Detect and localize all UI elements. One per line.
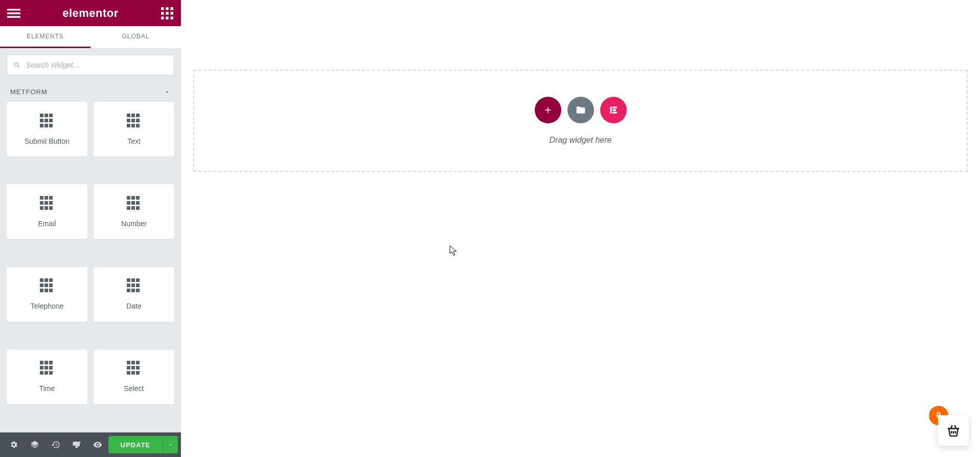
widget-label: Email [38,220,56,228]
grid-icon [127,278,141,293]
grid-icon [127,114,141,128]
panel-header: elementor [0,0,181,26]
widget-number[interactable]: Number [94,184,174,239]
search-icon [13,61,21,69]
svg-rect-8 [171,12,173,14]
panel-tabs: ELEMENTS GLOBAL [0,26,181,48]
tab-elements[interactable]: ELEMENTS [0,26,90,48]
brand-logo: elementor [62,7,119,20]
svg-rect-10 [166,16,168,19]
widget-telephone[interactable]: Telephone [7,267,87,322]
grid-icon [127,196,141,210]
grid-icon [40,278,54,293]
search-wrap [0,48,181,82]
widget-select[interactable]: Select [94,350,174,404]
category-metform[interactable]: METFORM [0,82,181,102]
preview-button[interactable] [87,432,108,457]
elementskit-icon [608,105,619,115]
update-options-button[interactable] [163,436,178,453]
widget-label: Text [127,137,141,145]
widget-text[interactable]: Text [94,102,174,157]
layers-icon [30,440,39,449]
grid-icon [40,361,54,375]
widget-label: Number [121,220,147,228]
plus-icon [543,105,553,115]
drop-zone[interactable]: Drag widget here [193,70,968,172]
cart-button[interactable] [938,415,969,446]
gear-icon [9,440,18,449]
drop-actions [535,97,627,123]
grid-icon [40,196,54,210]
drop-hint: Drag widget here [550,136,612,145]
caret-up-icon [168,442,173,447]
search-input[interactable] [26,61,168,69]
editor-panel: elementor ELEMENTS GLOBAL METFORM Submit… [0,0,181,457]
settings-button[interactable] [3,432,24,457]
eye-icon [93,440,102,449]
search-box[interactable] [7,55,174,75]
panel-footer: UPDATE [0,432,181,457]
svg-rect-7 [166,12,168,14]
widget-label: Telephone [31,302,64,310]
widget-label: Select [124,384,144,393]
folder-icon [576,105,586,115]
svg-rect-6 [161,12,164,14]
svg-rect-9 [161,16,164,19]
widget-submit-button[interactable]: Submit Button [7,102,87,157]
widgets-panel-icon[interactable] [161,7,174,20]
widget-time[interactable]: Time [7,350,87,404]
widget-label: Time [39,384,55,393]
svg-rect-0 [7,9,20,10]
navigator-button[interactable] [24,432,45,457]
history-icon [51,440,60,449]
svg-rect-2 [7,16,20,17]
history-button[interactable] [45,432,66,457]
grid-icon [40,114,54,128]
widgets-grid: Submit Button Text Email Number Telephon… [0,102,181,432]
template-library-button[interactable] [567,97,594,123]
update-button[interactable]: UPDATE [108,436,163,453]
svg-rect-1 [7,12,20,14]
category-label: METFORM [10,88,48,96]
svg-rect-11 [171,16,173,19]
elementskit-button[interactable] [600,97,627,123]
menu-icon[interactable] [7,7,20,20]
widget-label: Date [126,302,142,310]
widget-email[interactable]: Email [7,184,87,239]
responsive-button[interactable] [66,432,87,457]
svg-rect-3 [161,7,164,10]
update-wrap: UPDATE [108,436,178,453]
svg-rect-4 [166,7,168,10]
widget-date[interactable]: Date [94,267,174,322]
svg-rect-5 [171,7,173,10]
tab-global[interactable]: GLOBAL [90,26,181,48]
responsive-icon [72,440,81,449]
grid-icon [127,361,141,375]
basket-icon [946,423,961,438]
add-section-button[interactable] [535,97,561,123]
chevron-down-icon [164,89,171,96]
editor-canvas: Drag widget here [181,0,980,457]
widget-label: Submit Button [25,137,70,145]
